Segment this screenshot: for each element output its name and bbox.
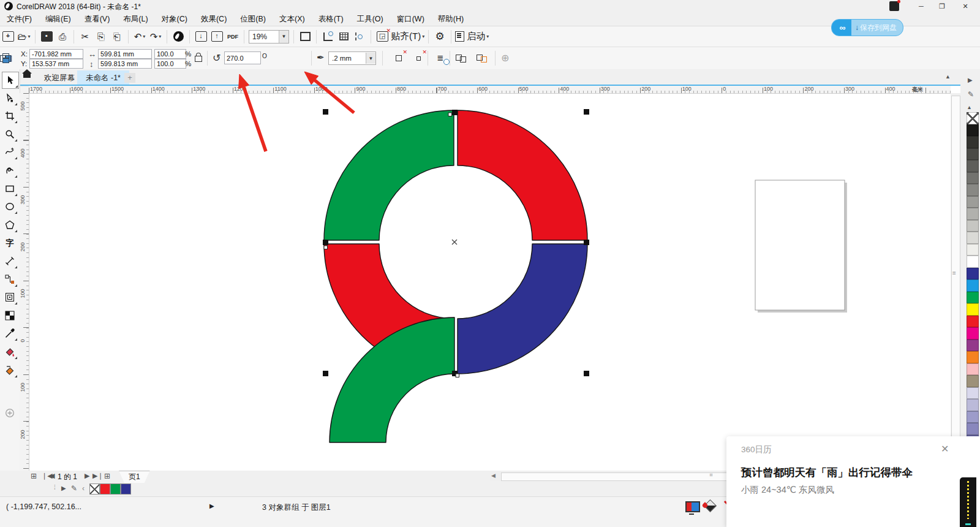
show-grid-button[interactable] <box>336 29 351 44</box>
palette-color-swatch[interactable] <box>967 375 979 387</box>
export-button[interactable]: ↑ <box>209 29 224 44</box>
vertical-scrollbar-thumb[interactable] <box>951 96 960 464</box>
coords-expand-arrow[interactable]: ▶ <box>209 502 214 509</box>
tail-swoosh-arc[interactable] <box>330 317 454 442</box>
menu-item-9[interactable]: 工具(O) <box>350 12 390 26</box>
object-height-field[interactable] <box>98 59 152 69</box>
search-content-button[interactable] <box>171 29 186 44</box>
menu-item-3[interactable]: 布局(L) <box>116 12 154 26</box>
palette-color-swatch[interactable] <box>967 172 979 184</box>
toast-close-icon[interactable]: ✕ <box>941 443 949 455</box>
customize-propbar-button[interactable]: ⊕ <box>501 52 509 64</box>
palette-color-swatch[interactable] <box>967 423 979 435</box>
outline-width-arrow[interactable]: ▼ <box>366 53 375 64</box>
scroll-left-arrow[interactable]: ◀ <box>491 472 496 479</box>
open-button[interactable]: 🗁▾ <box>17 29 31 44</box>
palette-color-swatch[interactable] <box>967 387 979 400</box>
artistic-media-tool[interactable] <box>2 162 18 178</box>
docpalette-options-arrow[interactable]: ▶ <box>61 485 66 491</box>
minimize-button[interactable]: ─ <box>911 0 931 12</box>
new-document-button[interactable]: + <box>1 29 15 44</box>
palette-color-swatch[interactable] <box>967 351 979 363</box>
options-gear-button[interactable]: ⚙ <box>432 29 447 44</box>
edge-widget[interactable] <box>960 477 976 527</box>
crop-tool[interactable] <box>2 108 18 124</box>
save-button[interactable]: ▪ <box>39 29 54 44</box>
palette-color-swatch[interactable] <box>967 327 979 339</box>
document-color-settings-icon[interactable] <box>685 501 700 512</box>
scale-x-field[interactable] <box>154 49 186 59</box>
y-position-field[interactable] <box>29 59 83 69</box>
object-width-field[interactable] <box>98 49 152 59</box>
menu-item-7[interactable]: 文本(X) <box>273 12 312 26</box>
x-position-field[interactable] <box>29 49 83 59</box>
palette-color-swatch[interactable] <box>967 279 979 292</box>
handle-top-right[interactable] <box>584 109 589 115</box>
connector-tool[interactable] <box>2 271 18 287</box>
lock-ratio-icon[interactable] <box>195 56 202 62</box>
docpalette-color-swatch[interactable] <box>100 483 110 495</box>
last-page-button[interactable]: ▶❘ <box>92 472 104 480</box>
ring-top-left-arc[interactable] <box>324 110 454 240</box>
undo-button[interactable]: ↶▾ <box>132 29 147 44</box>
palette-color-swatch[interactable] <box>967 256 979 268</box>
palette-color-swatch[interactable] <box>967 196 979 208</box>
palette-color-swatch[interactable] <box>967 148 979 161</box>
menu-item-10[interactable]: 窗口(W) <box>390 12 431 26</box>
docpalette-color-swatch[interactable] <box>121 483 131 495</box>
ring-bottom-right-arc[interactable] <box>458 244 587 374</box>
scale-y-field[interactable] <box>154 59 186 69</box>
drawing-canvas[interactable] <box>29 93 951 471</box>
handle-top-left[interactable] <box>323 109 328 115</box>
welcome-home-icon[interactable] <box>23 74 31 78</box>
no-color-swatch[interactable] <box>967 112 979 124</box>
show-guidelines-button[interactable] <box>352 29 367 44</box>
rectangle-tool[interactable] <box>2 181 18 197</box>
palette-color-swatch[interactable] <box>967 136 979 148</box>
snap-off-button[interactable]: ◲✕ <box>375 29 390 44</box>
smart-fill-tool[interactable] <box>2 362 18 378</box>
vertical-scrollbar-grip[interactable]: ≡ <box>952 270 956 276</box>
outline-width-combo[interactable]: .2 mm ▼ <box>328 51 376 65</box>
show-rulers-button[interactable] <box>320 29 335 44</box>
text-tool[interactable]: 字 <box>2 235 18 251</box>
horizontal-scrollbar-grip[interactable]: ≡ <box>708 473 714 476</box>
copy-button[interactable]: ⎘ <box>94 29 108 44</box>
mirror-vertical-button[interactable] <box>0 54 11 63</box>
freehand-tool[interactable] <box>2 144 18 160</box>
docpalette-eyedropper-icon[interactable]: ✎ <box>71 484 77 493</box>
group-objects-button[interactable] <box>456 55 468 62</box>
menu-item-5[interactable]: 效果(C) <box>194 12 233 26</box>
fullscreen-preview-button[interactable] <box>298 29 312 44</box>
snap-to-dropdown[interactable]: 贴齐(T)▾ <box>391 29 424 44</box>
previous-page-button[interactable]: ◀ <box>50 472 55 480</box>
pick-tool[interactable] <box>2 72 19 89</box>
add-page-before-button[interactable]: ⊞ <box>31 472 37 480</box>
add-page-after-button[interactable]: ⊞ <box>104 472 110 480</box>
user-account-icon[interactable] <box>889 1 899 11</box>
palette-color-swatch[interactable] <box>967 184 979 196</box>
page-1-tab[interactable]: 页1 <box>119 471 150 483</box>
launch-button[interactable]: 启动▾ <box>455 29 489 44</box>
zoom-level-combo[interactable]: 19% ▼ <box>249 30 289 44</box>
cut-button[interactable]: ✂ <box>78 29 92 44</box>
contour-tool[interactable] <box>2 289 18 305</box>
docpalette-no-color-swatch[interactable] <box>89 483 100 495</box>
remove-nodes-button[interactable]: ✕ <box>391 51 406 66</box>
fill-status-icon[interactable] <box>704 499 717 512</box>
menu-item-8[interactable]: 表格(T) <box>312 12 350 26</box>
palette-color-swatch[interactable] <box>967 363 979 376</box>
paste-button[interactable]: ⎗ <box>110 29 124 44</box>
palette-color-swatch[interactable] <box>967 303 979 316</box>
palette-color-swatch[interactable] <box>967 316 979 328</box>
canvas-vertical-scrollbar[interactable]: ≡ <box>951 93 960 471</box>
handle-top-center[interactable] <box>452 110 458 115</box>
publish-pdf-button[interactable]: PDF <box>225 29 240 44</box>
menu-item-6[interactable]: 位图(B) <box>233 12 273 26</box>
palette-color-swatch[interactable] <box>967 339 979 352</box>
menu-item-2[interactable]: 查看(V) <box>78 12 117 26</box>
handle-bottom-left[interactable] <box>323 371 328 376</box>
restore-button[interactable]: ❐ <box>932 0 952 12</box>
close-button[interactable]: ✕ <box>956 0 975 12</box>
menu-item-1[interactable]: 编辑(E) <box>39 12 78 26</box>
